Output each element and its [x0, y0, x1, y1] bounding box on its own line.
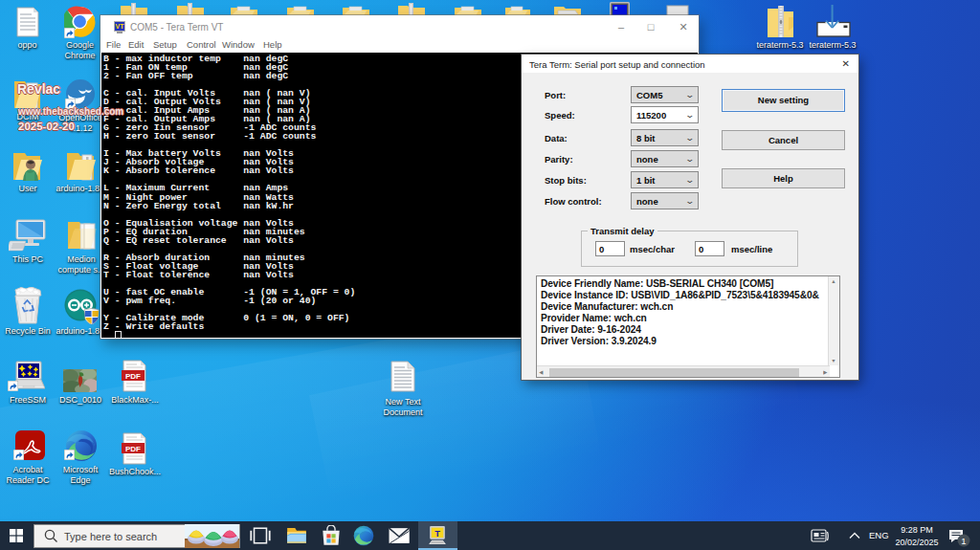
svg-text:PDF: PDF: [125, 445, 141, 453]
svg-text:T: T: [434, 528, 440, 539]
svg-text:VT: VT: [116, 23, 125, 30]
svg-text:1: 1: [961, 536, 966, 546]
svg-text:PDF: PDF: [125, 372, 141, 381]
